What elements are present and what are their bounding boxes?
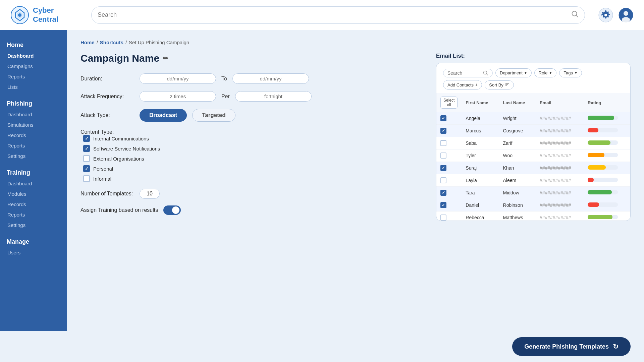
row-rating xyxy=(584,137,630,149)
sidebar-home-title: Home xyxy=(0,37,67,51)
sidebar-item-phishing-settings[interactable]: Settings xyxy=(0,151,67,161)
row-checkbox[interactable]: ✓ xyxy=(440,128,446,134)
sidebar-item-training-settings[interactable]: Settings xyxy=(0,220,67,230)
external-checkbox[interactable] xyxy=(83,155,90,162)
role-filter-btn[interactable]: Role▼ xyxy=(534,68,557,77)
table-row: ✓MarcusCosgrove############ xyxy=(436,125,630,137)
row-email: ############ xyxy=(536,174,584,187)
content-type-internal: Internal Communications xyxy=(83,135,425,142)
search-input[interactable] xyxy=(98,11,571,18)
row-checkbox[interactable]: ✓ xyxy=(440,190,446,196)
main-content: Home / Shortcuts / Set Up Phishing Campa… xyxy=(67,30,644,331)
table-row: ✓DanielRobinson############ xyxy=(436,199,630,212)
internal-checkbox[interactable] xyxy=(83,135,90,142)
table-row: LaylaAleem############ xyxy=(436,174,630,187)
training-toggle[interactable] xyxy=(163,205,181,215)
sidebar-item-users[interactable]: Users xyxy=(0,247,67,258)
sort-by-btn[interactable]: Sort By xyxy=(485,80,514,89)
email-side: Email List: Department▼ Ro xyxy=(436,53,631,221)
logo: CyberCentral xyxy=(11,6,78,24)
sidebar-item-phishing-records[interactable]: Records xyxy=(0,130,67,140)
sidebar-item-training-reports[interactable]: Reports xyxy=(0,209,67,220)
sort-icon xyxy=(505,82,509,87)
sidebar-item-simulations[interactable]: Simulations xyxy=(0,120,67,130)
email-search[interactable] xyxy=(443,69,493,77)
frequency-value-input[interactable] xyxy=(140,91,216,102)
num-templates-row: Number of Templates: xyxy=(80,189,425,199)
frequency-period-input[interactable] xyxy=(235,91,312,102)
training-label: Assign Training based on results xyxy=(80,207,158,213)
generate-btn-label: Generate Phishing Templates xyxy=(524,343,609,350)
generate-phishing-templates-button[interactable]: Generate Phishing Templates ↻ xyxy=(512,337,631,356)
per-text: Per xyxy=(221,94,230,100)
row-first-name: Tara xyxy=(462,187,499,199)
row-email: ############ xyxy=(536,199,584,212)
table-row: ✓TaraMiddow############ xyxy=(436,187,630,199)
row-checkbox[interactable]: ✓ xyxy=(440,115,446,121)
row-checkbox[interactable] xyxy=(440,140,446,146)
row-rating xyxy=(584,212,630,221)
attack-type-row: Attack Type: Broadcast Targeted xyxy=(80,109,425,122)
sidebar-item-modules[interactable]: Modules xyxy=(0,189,67,199)
svg-point-1 xyxy=(18,13,21,17)
frequency-row: Attack Frequency: Per xyxy=(80,91,425,102)
row-last-name: Matthews xyxy=(499,212,536,221)
svg-line-10 xyxy=(487,74,488,75)
informal-checkbox[interactable] xyxy=(83,175,90,182)
sidebar: Home Dashboard Campaigns Reports Lists P… xyxy=(0,30,67,331)
targeted-button[interactable]: Targeted xyxy=(192,109,235,122)
email-panel: Department▼ Role▼ Tags▼ Add Contacts+ xyxy=(436,63,631,221)
breadcrumb-shortcuts[interactable]: Shortcuts xyxy=(100,40,123,45)
sidebar-item-phishing-dashboard[interactable]: Dashboard xyxy=(0,109,67,120)
sidebar-item-lists[interactable]: Lists xyxy=(0,82,67,92)
personal-checkbox[interactable] xyxy=(83,165,90,172)
svg-point-8 xyxy=(622,17,630,22)
select-all-btn[interactable]: Select all xyxy=(440,97,458,109)
tags-filter-btn[interactable]: Tags▼ xyxy=(559,68,582,77)
row-checkbox[interactable] xyxy=(440,153,446,159)
email-table-scroll[interactable]: Select all First Name Last Name Email Ra… xyxy=(436,93,630,221)
sidebar-item-campaigns[interactable]: Campaigns xyxy=(0,61,67,71)
sidebar-item-training-dashboard[interactable]: Dashboard xyxy=(0,178,67,189)
edit-icon[interactable]: ✏ xyxy=(163,54,168,62)
user-icon[interactable] xyxy=(619,8,633,22)
sidebar-item-phishing-reports[interactable]: Reports xyxy=(0,140,67,151)
row-first-name: Daniel xyxy=(462,199,499,212)
col-last-name: Last Name xyxy=(499,93,536,112)
row-first-name: Saba xyxy=(462,137,499,149)
department-filter-btn[interactable]: Department▼ xyxy=(495,68,532,77)
software-checkbox[interactable] xyxy=(83,145,90,152)
duration-to-input[interactable] xyxy=(232,73,309,84)
broadcast-button[interactable]: Broadcast xyxy=(140,109,187,122)
col-rating: Rating xyxy=(584,93,630,112)
sidebar-item-dashboard[interactable]: Dashboard xyxy=(0,51,67,61)
add-contacts-btn[interactable]: Add Contacts+ xyxy=(443,80,482,89)
svg-line-3 xyxy=(576,15,578,17)
sidebar-item-reports-home[interactable]: Reports xyxy=(0,71,67,82)
refresh-icon: ↻ xyxy=(613,343,619,351)
table-row: SabaZarif############ xyxy=(436,137,630,149)
breadcrumb-home[interactable]: Home xyxy=(80,40,95,45)
row-checkbox[interactable]: ✓ xyxy=(440,165,446,171)
row-rating xyxy=(584,149,630,162)
row-email: ############ xyxy=(536,187,584,199)
row-last-name: Aleem xyxy=(499,174,536,187)
form-side: Campaign Name ✏ Duration: To Attack Freq… xyxy=(80,53,425,222)
col-email: Email xyxy=(536,93,584,112)
sidebar-training-title: Training xyxy=(0,165,67,178)
num-templates-input[interactable] xyxy=(140,189,160,199)
table-row: TylerWoo############ xyxy=(436,149,630,162)
training-row: Assign Training based on results xyxy=(80,205,425,215)
table-row: RebeccaMatthews############ xyxy=(436,212,630,221)
row-checkbox[interactable]: ✓ xyxy=(440,202,446,208)
search-bar[interactable] xyxy=(91,6,585,24)
col-first-name: First Name xyxy=(462,93,499,112)
row-checkbox[interactable] xyxy=(440,177,446,183)
settings-icon[interactable] xyxy=(598,8,613,22)
duration-from-input[interactable] xyxy=(140,73,216,84)
row-checkbox[interactable] xyxy=(440,215,446,221)
email-search-input[interactable] xyxy=(447,70,481,76)
campaign-name-title: Campaign Name ✏ xyxy=(80,53,425,64)
logo-icon xyxy=(11,6,29,24)
sidebar-item-training-records[interactable]: Records xyxy=(0,199,67,209)
